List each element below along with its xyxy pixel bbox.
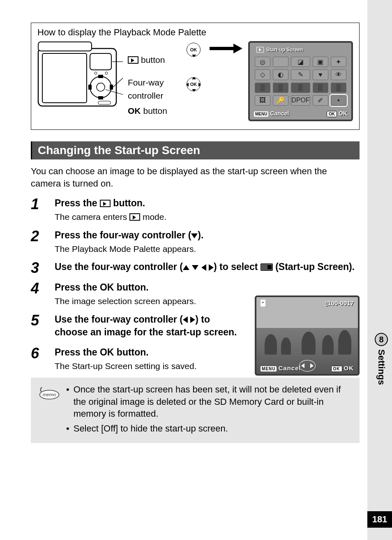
label-fourway: Four-way controller (128, 76, 182, 103)
step-3: 3 Use the four-way controller ( ) to sel… (31, 261, 360, 275)
lcd-counter: 100-0017 (328, 300, 354, 307)
svg-rect-12 (98, 101, 111, 104)
svg-rect-7 (98, 96, 103, 99)
step-number: 4 (31, 281, 46, 307)
lcd-image-selection-preview: ▪ ▯100-0017 MENUCancel OKOK (255, 295, 360, 376)
step-number: 5 (31, 313, 46, 340)
down-triangle-icon (192, 265, 198, 270)
menu-badge: MENU (261, 366, 277, 372)
memo-icon: memo (38, 383, 60, 437)
lcd-cancel: Cancel (270, 110, 289, 117)
playback-icon (128, 56, 138, 64)
ok-badge: OK (331, 366, 342, 372)
lcd-title: Start-up Screen (266, 47, 303, 53)
optio-badge: ▪ (261, 300, 265, 307)
memo-item: Once the start-up screen has been set, i… (66, 383, 352, 420)
svg-rect-8 (88, 85, 92, 90)
svg-text:memo: memo (43, 392, 56, 397)
chapter-number-badge: 8 (375, 333, 388, 346)
page-margin-bar (367, 0, 392, 540)
memo-item: Select [Off] to hide the start-up screen… (66, 422, 352, 435)
chapter-tab: 8 Settings (375, 333, 388, 385)
lcd-ok: OK (339, 110, 347, 117)
step-1: 1 Press the button. The camera enters mo… (31, 197, 360, 223)
right-triangle-icon (190, 316, 195, 323)
arrow-right-icon (210, 45, 242, 52)
svg-rect-3 (90, 53, 111, 70)
step-2: 2 Press the four-way controller (). The … (31, 229, 360, 255)
svg-rect-9 (110, 85, 113, 90)
step-5: 5 Use the four-way controller ( ) to cho… (31, 313, 244, 340)
memo-box: memo Once the start-up screen has been s… (31, 378, 360, 443)
menu-badge: MENU (254, 111, 268, 117)
ok-text: OK (128, 104, 141, 118)
step-6: 6 Press the OK button. The Start-up Scre… (31, 346, 244, 372)
svg-point-5 (97, 83, 105, 91)
step-number: 6 (31, 346, 46, 372)
lcd-ok: OK (344, 365, 354, 372)
left-triangle-icon (201, 264, 206, 271)
svg-rect-2 (42, 53, 87, 103)
playback-icon (129, 213, 140, 221)
section-heading: Changing the Start-up Screen (31, 141, 360, 159)
steps-list: 1 Press the button. The camera enters mo… (31, 197, 360, 372)
camera-illustration (37, 41, 124, 109)
left-triangle-icon (183, 316, 188, 323)
down-triangle-icon (191, 233, 198, 238)
optio-icon (261, 263, 273, 271)
step-number: 1 (31, 197, 46, 223)
lcd-playback-icon (256, 47, 264, 53)
section-intro: You can choose an image to be displayed … (31, 165, 360, 189)
ok-dial-full-icon (187, 77, 201, 91)
chapter-label: Settings (376, 349, 387, 385)
right-triangle-icon (209, 264, 214, 271)
label-ok-button: OK button (128, 104, 182, 118)
lcd-selected-optio-icon: ▪ (331, 95, 346, 106)
ok-dial-icon (187, 43, 201, 57)
svg-rect-1 (38, 42, 92, 51)
step-number: 3 (31, 261, 46, 275)
lcd-palette-preview: Start-up Screen ◎◪▣✦ ◇◐✎♥👁 ▒▒▒▒▒ 🖼🔑DPOF✐… (248, 41, 353, 121)
ok-badge: OK (327, 111, 337, 117)
page-number: 181 (367, 511, 392, 528)
lcd-cancel: Cancel (278, 365, 301, 372)
up-triangle-icon (183, 265, 189, 270)
svg-rect-6 (98, 75, 103, 78)
label-playback-button: button (128, 53, 182, 67)
step-number: 2 (31, 229, 46, 255)
howto-title: How to display the Playback Mode Palette (37, 27, 353, 38)
howto-box: How to display the Playback Mode Palette (31, 23, 360, 130)
playback-icon (100, 200, 111, 207)
label-playback-text: button (141, 53, 165, 67)
